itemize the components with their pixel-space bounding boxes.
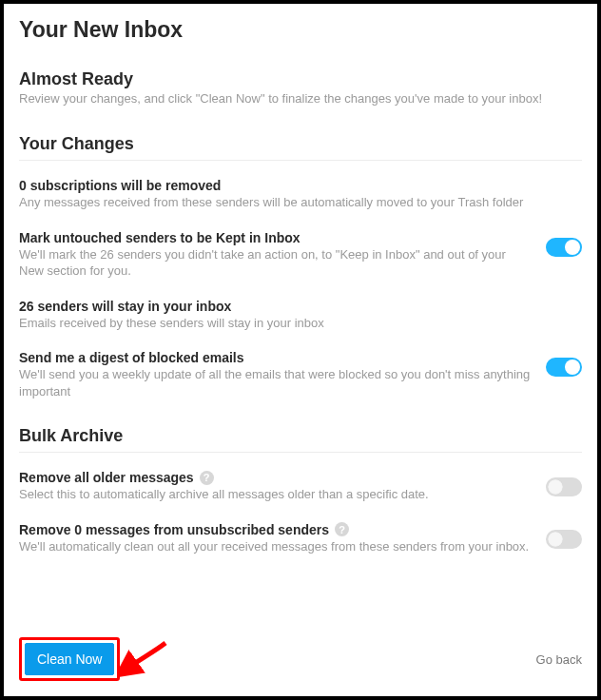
item-title: Send me a digest of blocked emails [19,350,531,365]
item-desc: Select this to automatically archive all… [19,486,531,503]
item-title: Remove 0 messages from unsubscribed send… [19,522,531,537]
bulk-item-remove-unsubscribed: Remove 0 messages from unsubscribed send… [19,505,582,557]
item-title: 0 subscriptions will be removed [19,178,567,193]
footer: Clean Now Go back [19,637,582,681]
clean-now-button[interactable]: Clean Now [25,643,114,675]
item-title-text: Remove all older messages [19,470,194,485]
toggle-mark-untouched[interactable] [546,238,582,257]
item-title: Mark untouched senders to be Kept in Inb… [19,230,531,245]
item-desc: We'll automatically clean out all your r… [19,538,531,555]
item-desc: We'll mark the 26 senders you didn't tak… [19,246,531,280]
help-icon[interactable]: ? [200,471,214,485]
change-item-senders-stay: 26 senders will stay in your inbox Email… [19,282,582,334]
section-bulk-archive: Bulk Archive [19,426,582,453]
item-title: 26 senders will stay in your inbox [19,299,567,314]
item-desc: Any messages received from these senders… [19,194,567,211]
page-title: Your New Inbox [19,17,582,43]
intro-block: Almost Ready Review your changes, and cl… [19,69,582,106]
toggle-remove-older[interactable] [546,477,582,496]
intro-desc: Review your changes, and click "Clean No… [19,91,582,106]
toggle-digest[interactable] [546,358,582,377]
help-icon[interactable]: ? [335,522,349,536]
item-desc: We'll send you a weekly update of all th… [19,366,531,399]
change-item-mark-untouched: Mark untouched senders to be Kept in Inb… [19,213,582,282]
toggle-remove-unsubscribed[interactable] [546,530,582,549]
bulk-item-remove-older: Remove all older messages ? Select this … [19,453,582,505]
section-your-changes: Your Changes [19,134,582,161]
item-desc: Emails received by these senders will st… [19,315,567,332]
clean-now-highlight: Clean Now [19,637,120,681]
change-item-subscriptions-removed: 0 subscriptions will be removed Any mess… [19,161,582,213]
go-back-link[interactable]: Go back [536,652,582,667]
change-item-digest: Send me a digest of blocked emails We'll… [19,333,582,401]
item-title-text: Remove 0 messages from unsubscribed send… [19,522,329,537]
intro-heading: Almost Ready [19,69,582,89]
item-title: Remove all older messages ? [19,470,531,485]
